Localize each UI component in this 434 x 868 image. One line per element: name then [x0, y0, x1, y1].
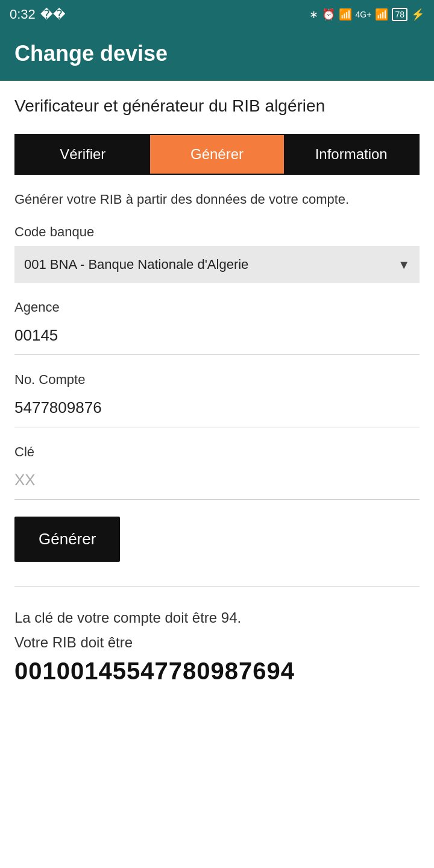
tab-bar: Vérifier Générer Information — [14, 134, 420, 175]
4g-icon: 4G+ — [356, 10, 372, 19]
status-time: 0:32 — [10, 7, 36, 22]
divider — [14, 586, 420, 587]
code-banque-label: Code banque — [14, 224, 420, 240]
result-section: La clé de votre compte doit être 94. Vot… — [14, 606, 420, 685]
tab-verifier[interactable]: Vérifier — [16, 135, 150, 174]
agence-wrapper — [14, 321, 420, 355]
bluetooth-icon: ∗ — [309, 8, 318, 21]
app-bar: Change devise — [0, 29, 434, 81]
charging-icon: ⚡ — [411, 8, 424, 21]
no-compte-label: No. Compte — [14, 372, 420, 388]
no-compte-wrapper — [14, 394, 420, 427]
code-banque-select[interactable]: 001 BNA - Banque Nationale d'Algerie 002… — [14, 246, 420, 283]
wifi-icon: 📶 — [375, 8, 388, 21]
status-bar: 0:32 �� ∗ ⏰ 📶 4G+ 📶 78 ⚡ — [0, 0, 434, 29]
result-cle-text: La clé de votre compte doit être 94. — [14, 606, 420, 631]
agence-label: Agence — [14, 300, 420, 315]
alarm-icon: ⏰ — [322, 8, 335, 21]
battery-icon: 78 — [392, 8, 407, 21]
cle-input[interactable] — [14, 466, 420, 494]
signal-icon: 📶 — [339, 8, 352, 21]
code-banque-wrapper[interactable]: 001 BNA - Banque Nationale d'Algerie 002… — [14, 246, 420, 283]
cle-label: Clé — [14, 444, 420, 460]
cle-wrapper — [14, 466, 420, 500]
p-icon: �� — [40, 7, 66, 22]
page-title: Verificateur et générateur du RIB algéri… — [14, 95, 420, 117]
no-compte-input[interactable] — [14, 394, 420, 422]
content: Verificateur et générateur du RIB algéri… — [0, 81, 434, 709]
agence-input[interactable] — [14, 321, 420, 350]
generate-button[interactable]: Générer — [14, 517, 120, 562]
form-description: Générer votre RIB à partir des données d… — [14, 192, 420, 207]
result-rib-value: 00100145547780987694 — [14, 658, 420, 685]
status-right: ∗ ⏰ 📶 4G+ 📶 78 ⚡ — [309, 8, 424, 21]
status-left: 0:32 �� — [10, 7, 66, 22]
app-bar-title: Change devise — [14, 41, 420, 66]
tab-information[interactable]: Information — [284, 135, 418, 174]
result-rib-label: Votre RIB doit être — [14, 631, 420, 655]
tab-generer[interactable]: Générer — [150, 135, 285, 174]
